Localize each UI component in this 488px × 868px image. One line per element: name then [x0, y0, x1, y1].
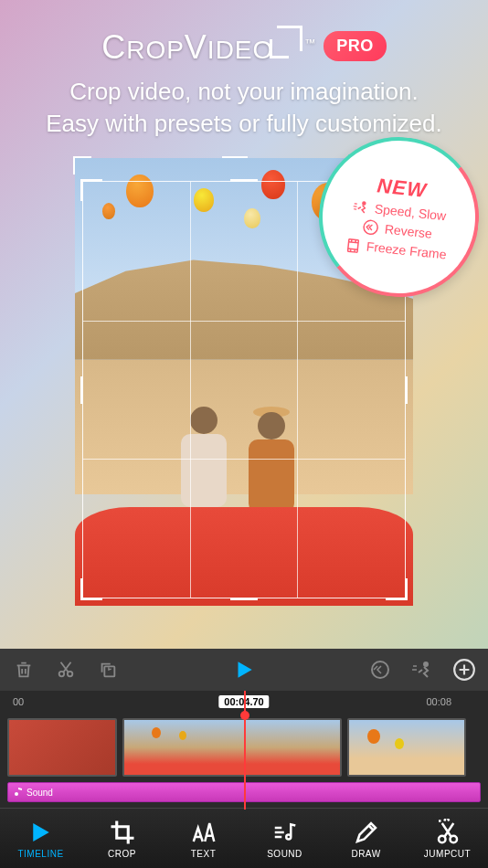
new-label: NEW: [376, 174, 428, 203]
duplicate-button[interactable]: [95, 657, 121, 683]
pro-badge: PRO: [324, 31, 387, 61]
clip-1[interactable]: [7, 718, 117, 777]
tab-draw[interactable]: DRAW: [330, 819, 403, 859]
reverse-icon: [362, 217, 380, 236]
promo-area: CROPVIDEO™ PRO Crop video, not your imag…: [0, 0, 488, 649]
tab-bar: TIMELINE CROP TEXT SOUND DRAW JUMPCUT: [0, 808, 488, 868]
app-title: CROPVIDEO™ PRO: [101, 26, 387, 67]
cut-button[interactable]: [53, 657, 79, 683]
feature-reverse: Reverse: [362, 217, 433, 241]
time-end: 00:08: [426, 696, 451, 707]
playhead[interactable]: [244, 691, 246, 810]
app-title-text: CROPVIDEO™: [101, 26, 316, 67]
tab-timeline[interactable]: TIMELINE: [5, 819, 78, 859]
tab-crop[interactable]: CROP: [86, 819, 159, 859]
freeze-frame-icon: [344, 237, 362, 255]
svg-rect-5: [104, 666, 114, 676]
trash-button[interactable]: [11, 657, 37, 683]
trademark: ™: [304, 37, 316, 49]
time-start: 00: [13, 696, 24, 707]
clip-2[interactable]: [122, 718, 342, 777]
play-button[interactable]: [231, 657, 257, 683]
tab-jumpcut[interactable]: JUMPCUT: [411, 819, 484, 859]
tab-text[interactable]: TEXT: [167, 819, 240, 859]
clip-3[interactable]: [347, 718, 466, 777]
crop-handle-bottom[interactable]: [230, 598, 258, 600]
crop-handle-br[interactable]: [386, 578, 408, 600]
reverse-button[interactable]: [367, 657, 393, 683]
music-note-icon: [14, 787, 23, 798]
editor-toolbar: [0, 649, 488, 691]
svg-point-0: [363, 201, 366, 204]
tab-sound[interactable]: SOUND: [249, 819, 322, 859]
svg-point-7: [424, 662, 428, 666]
sound-label: Sound: [27, 788, 53, 798]
speed-icon: [352, 198, 370, 215]
add-button[interactable]: [451, 657, 477, 683]
crop-handle-tl[interactable]: [80, 179, 102, 201]
crop-handle-bl[interactable]: [80, 578, 102, 600]
crop-handle-right[interactable]: [405, 376, 408, 404]
speed-button[interactable]: [409, 657, 435, 683]
tagline-line1: Crop video, not your imagination.: [46, 76, 442, 108]
crop-handle-top[interactable]: [230, 179, 258, 182]
svg-point-1: [364, 219, 378, 234]
timeline-strip[interactable]: [0, 713, 488, 782]
tagline-line2: Easy with presets or fully customized.: [46, 108, 442, 140]
tagline: Crop video, not your imagination. Easy w…: [46, 76, 442, 140]
crop-handle-left[interactable]: [80, 376, 83, 404]
svg-rect-2: [347, 238, 358, 252]
crop-logo-icon: [277, 26, 302, 51]
